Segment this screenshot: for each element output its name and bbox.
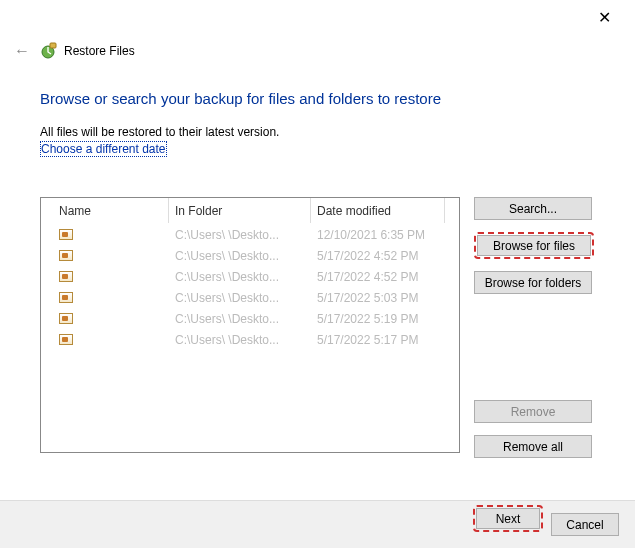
image-file-icon	[59, 334, 73, 345]
remove-button: Remove	[474, 400, 592, 423]
list-header[interactable]: Name In Folder Date modified	[41, 198, 459, 224]
cell-date: 5/17/2022 4:52 PM	[311, 249, 459, 263]
subtext: All files will be restored to their late…	[0, 107, 635, 139]
image-file-icon	[59, 229, 73, 240]
list-body: C:\Users\ \Deskto... 12/10/2021 6:35 PM …	[41, 224, 459, 350]
page-heading: Browse or search your backup for files a…	[0, 62, 635, 107]
col-name[interactable]: Name	[41, 198, 169, 223]
svg-rect-1	[50, 43, 56, 48]
table-row[interactable]: C:\Users\ \Deskto... 5/17/2022 5:19 PM	[41, 308, 459, 329]
image-file-icon	[59, 292, 73, 303]
file-list[interactable]: Name In Folder Date modified C:\Users\ \…	[40, 197, 460, 453]
image-file-icon	[59, 271, 73, 282]
table-row[interactable]: C:\Users\ \Deskto... 5/17/2022 5:17 PM	[41, 329, 459, 350]
file-icon-cell	[41, 229, 169, 240]
file-icon-cell	[41, 334, 169, 345]
col-folder[interactable]: In Folder	[169, 198, 311, 223]
main-area: Name In Folder Date modified C:\Users\ \…	[0, 157, 635, 470]
cell-folder: C:\Users\ \Deskto...	[169, 249, 311, 263]
cell-folder: C:\Users\ \Deskto...	[169, 312, 311, 326]
cell-date: 5/17/2022 4:52 PM	[311, 270, 459, 284]
next-highlight: Next	[473, 505, 543, 532]
browse-folders-button[interactable]: Browse for folders	[474, 271, 592, 294]
search-button[interactable]: Search...	[474, 197, 592, 220]
file-icon-cell	[41, 292, 169, 303]
cell-folder: C:\Users\ \Deskto...	[169, 228, 311, 242]
col-end	[445, 198, 459, 223]
header-row: ← Restore Files	[0, 0, 635, 62]
table-row[interactable]: C:\Users\ \Deskto... 5/17/2022 4:52 PM	[41, 266, 459, 287]
footer-bar: Next Cancel	[0, 500, 635, 548]
file-icon-cell	[41, 271, 169, 282]
file-icon-cell	[41, 250, 169, 261]
cell-folder: C:\Users\ \Deskto...	[169, 270, 311, 284]
browse-files-button[interactable]: Browse for files	[477, 235, 591, 256]
cancel-button[interactable]: Cancel	[551, 513, 619, 536]
table-row[interactable]: C:\Users\ \Deskto... 5/17/2022 5:03 PM	[41, 287, 459, 308]
cell-date: 5/17/2022 5:17 PM	[311, 333, 459, 347]
cell-date: 5/17/2022 5:03 PM	[311, 291, 459, 305]
wizard-title: Restore Files	[64, 44, 135, 58]
col-date[interactable]: Date modified	[311, 198, 445, 223]
choose-date-link[interactable]: Choose a different date	[40, 141, 167, 157]
remove-all-button[interactable]: Remove all	[474, 435, 592, 458]
side-buttons: Search... Browse for files Browse for fo…	[474, 197, 594, 470]
file-icon-cell	[41, 313, 169, 324]
browse-files-highlight: Browse for files	[474, 232, 594, 259]
cell-folder: C:\Users\ \Deskto...	[169, 291, 311, 305]
next-button[interactable]: Next	[476, 508, 540, 529]
table-row[interactable]: C:\Users\ \Deskto... 5/17/2022 4:52 PM	[41, 245, 459, 266]
image-file-icon	[59, 250, 73, 261]
image-file-icon	[59, 313, 73, 324]
cell-folder: C:\Users\ \Deskto...	[169, 333, 311, 347]
cell-date: 12/10/2021 6:35 PM	[311, 228, 459, 242]
restore-wizard-icon	[40, 42, 58, 60]
back-arrow-icon[interactable]: ←	[10, 40, 34, 62]
cell-date: 5/17/2022 5:19 PM	[311, 312, 459, 326]
gap	[474, 306, 594, 400]
close-button[interactable]: ✕	[592, 6, 617, 29]
table-row[interactable]: C:\Users\ \Deskto... 12/10/2021 6:35 PM	[41, 224, 459, 245]
